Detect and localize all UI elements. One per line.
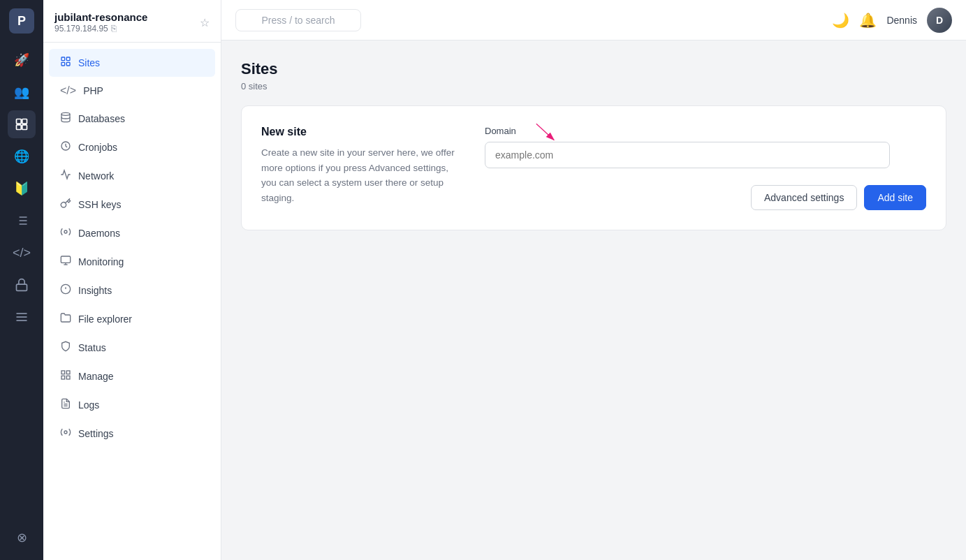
sidebar-item-monitoring[interactable]: Monitoring bbox=[49, 248, 215, 276]
domain-label: Domain bbox=[485, 126, 926, 136]
search-button[interactable]: Press / to search bbox=[235, 9, 361, 31]
sidebar-item-label-daemons: Daemons bbox=[78, 228, 120, 239]
svg-rect-9 bbox=[66, 57, 70, 61]
circle-nav-icon[interactable]: ⊗ bbox=[8, 524, 36, 552]
svg-rect-8 bbox=[61, 57, 65, 61]
manage-icon bbox=[60, 369, 71, 383]
svg-rect-24 bbox=[61, 376, 65, 379]
svg-rect-22 bbox=[66, 371, 70, 374]
sidebar: jubilant-resonance 95.179.184.95 ⎘ ☆ Sit… bbox=[43, 0, 221, 560]
sidebar-item-label-manage: Manage bbox=[78, 371, 114, 382]
app-logo[interactable]: P bbox=[9, 8, 34, 34]
sidebar-item-ssh-keys[interactable]: SSH keys bbox=[49, 191, 215, 219]
logs-icon bbox=[60, 398, 71, 412]
new-site-form: Domain Advanced settings Add site bbox=[485, 126, 926, 210]
new-site-description: Create a new site in your server here, w… bbox=[261, 145, 457, 205]
sidebar-item-insights[interactable]: Insights bbox=[49, 277, 215, 304]
sidebar-item-status[interactable]: Status bbox=[49, 334, 215, 362]
user-avatar[interactable]: D bbox=[927, 8, 952, 33]
insights-icon bbox=[60, 283, 71, 297]
favorite-icon[interactable]: ☆ bbox=[200, 16, 210, 29]
svg-point-27 bbox=[64, 431, 67, 434]
svg-point-14 bbox=[64, 230, 67, 233]
svg-rect-11 bbox=[66, 62, 70, 66]
sites-nav-icon[interactable] bbox=[8, 110, 36, 138]
card-footer: Advanced settings Add site bbox=[485, 185, 926, 210]
sidebar-item-cronjobs[interactable]: Cronjobs bbox=[49, 133, 215, 161]
page-title: Sites bbox=[241, 60, 946, 78]
shield-nav-icon[interactable]: 🔰 bbox=[8, 175, 36, 202]
svg-rect-1 bbox=[22, 119, 27, 124]
monitoring-icon bbox=[60, 255, 71, 269]
sidebar-nav: Sites </> PHP Databases Cronjobs Network bbox=[43, 43, 221, 560]
list-nav-icon[interactable] bbox=[8, 303, 36, 331]
rocket-nav-icon[interactable]: 🚀 bbox=[8, 46, 36, 74]
sidebar-item-label-cronjobs: Cronjobs bbox=[78, 142, 117, 153]
sidebar-item-label-sites: Sites bbox=[78, 57, 100, 68]
new-site-card: New site Create a new site in your serve… bbox=[241, 105, 946, 230]
sidebar-item-php[interactable]: </> PHP bbox=[49, 78, 215, 104]
server-name: jubilant-resonance bbox=[54, 11, 147, 23]
globe-nav-icon[interactable]: 🌐 bbox=[8, 142, 36, 170]
sidebar-item-databases[interactable]: Databases bbox=[49, 105, 215, 133]
sidebar-item-sites[interactable]: Sites bbox=[49, 49, 215, 77]
php-icon: </> bbox=[60, 84, 76, 97]
main-area: Press / to search 🌙 🔔 Dennis D Sites 0 s… bbox=[221, 0, 966, 560]
settings-icon bbox=[60, 427, 71, 441]
sidebar-item-label-monitoring: Monitoring bbox=[78, 256, 124, 267]
box-nav-icon[interactable] bbox=[8, 271, 36, 299]
sidebar-item-label-network: Network bbox=[78, 170, 114, 182]
topbar-right: 🌙 🔔 Dennis D bbox=[832, 8, 952, 33]
sidebar-item-label-php: PHP bbox=[83, 85, 103, 96]
icon-bar: P 🚀 👥 🌐 🔰 </> ⊗ bbox=[0, 0, 43, 560]
status-icon bbox=[60, 341, 71, 355]
sidebar-item-network[interactable]: Network bbox=[49, 162, 215, 190]
users-nav-icon[interactable]: 👥 bbox=[8, 78, 36, 106]
network-icon bbox=[60, 169, 71, 183]
code-nav-icon[interactable]: </> bbox=[8, 239, 36, 267]
sidebar-header: jubilant-resonance 95.179.184.95 ⎘ ☆ bbox=[43, 0, 221, 43]
daemons-icon bbox=[60, 226, 71, 240]
sidebar-item-label-logs: Logs bbox=[78, 399, 99, 411]
sidebar-item-label-ssh-keys: SSH keys bbox=[78, 199, 121, 210]
sidebar-item-label-insights: Insights bbox=[78, 285, 112, 296]
svg-rect-4 bbox=[17, 284, 27, 290]
new-site-title: New site bbox=[261, 126, 457, 138]
sidebar-item-label-databases: Databases bbox=[78, 113, 125, 124]
svg-rect-0 bbox=[17, 119, 22, 124]
domain-input[interactable] bbox=[485, 142, 890, 168]
server-ip: 95.179.184.95 ⎘ bbox=[54, 23, 147, 34]
sidebar-item-file-explorer[interactable]: File explorer bbox=[49, 305, 215, 333]
topbar: Press / to search 🌙 🔔 Dennis D bbox=[221, 0, 966, 40]
sidebar-item-label-status: Status bbox=[78, 342, 106, 353]
file-explorer-icon bbox=[60, 312, 71, 326]
sidebar-item-manage[interactable]: Manage bbox=[49, 362, 215, 390]
copy-ip-icon[interactable]: ⎘ bbox=[111, 23, 117, 34]
svg-rect-10 bbox=[61, 62, 65, 66]
svg-rect-15 bbox=[61, 256, 70, 263]
add-site-button[interactable]: Add site bbox=[864, 185, 926, 210]
main-content: Sites 0 sites New site Create a new site… bbox=[221, 40, 966, 560]
sidebar-item-daemons[interactable]: Daemons bbox=[49, 219, 215, 247]
svg-rect-3 bbox=[22, 125, 27, 130]
svg-rect-23 bbox=[66, 376, 70, 379]
svg-rect-2 bbox=[17, 125, 22, 130]
notifications-icon[interactable]: 🔔 bbox=[859, 12, 877, 29]
page-subtitle: 0 sites bbox=[241, 81, 946, 91]
sites-icon bbox=[60, 56, 71, 70]
ssh-keys-icon bbox=[60, 198, 71, 212]
advanced-settings-button[interactable]: Advanced settings bbox=[751, 185, 857, 210]
new-site-info: New site Create a new site in your serve… bbox=[261, 126, 457, 210]
sidebar-item-label-file-explorer: File explorer bbox=[78, 314, 132, 325]
sidebar-item-logs[interactable]: Logs bbox=[49, 391, 215, 419]
connection-nav-icon[interactable] bbox=[8, 207, 36, 235]
dark-mode-icon[interactable]: 🌙 bbox=[832, 12, 849, 29]
cronjobs-icon bbox=[60, 140, 71, 154]
username-label: Dennis bbox=[886, 15, 917, 26]
sidebar-item-label-settings: Settings bbox=[78, 428, 114, 439]
svg-rect-21 bbox=[61, 371, 65, 374]
svg-point-12 bbox=[61, 112, 70, 115]
sidebar-item-settings[interactable]: Settings bbox=[49, 420, 215, 448]
databases-icon bbox=[60, 112, 71, 126]
